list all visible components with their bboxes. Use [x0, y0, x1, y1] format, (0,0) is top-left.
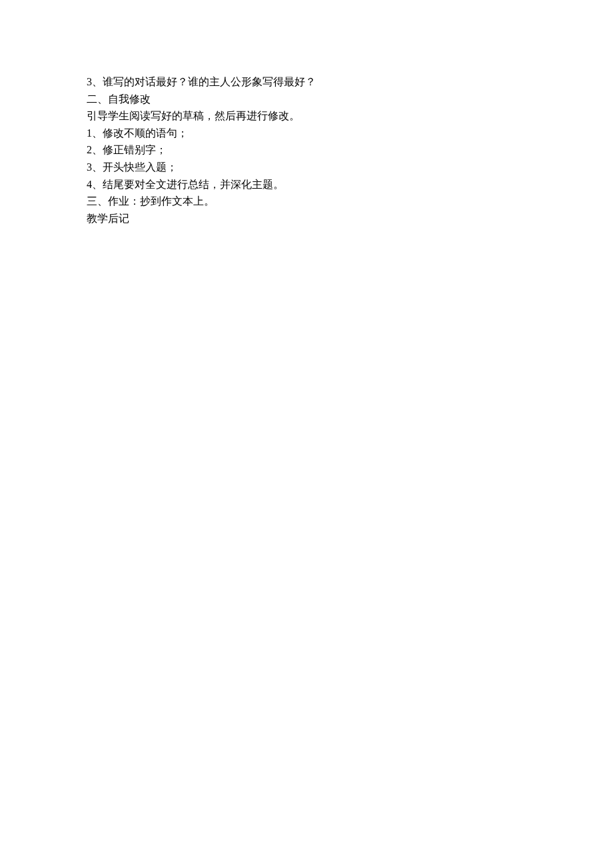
document-page: 3、谁写的对话最好？谁的主人公形象写得最好？ 二、自我修改 引导学生阅读写好的草… [0, 0, 613, 227]
body-line: 教学后记 [87, 210, 526, 227]
body-line: 2、修正错别字； [87, 141, 526, 159]
body-line: 3、谁写的对话最好？谁的主人公形象写得最好？ [87, 73, 526, 91]
body-line: 三、作业：抄到作文本上。 [87, 193, 526, 210]
body-line: 4、结尾要对全文进行总结，并深化主题。 [87, 176, 526, 193]
body-line: 引导学生阅读写好的草稿，然后再进行修改。 [87, 107, 526, 125]
body-line: 二、自我修改 [87, 91, 526, 108]
body-line: 1、修改不顺的语句； [87, 125, 526, 142]
body-line: 3、开头快些入题； [87, 159, 526, 176]
